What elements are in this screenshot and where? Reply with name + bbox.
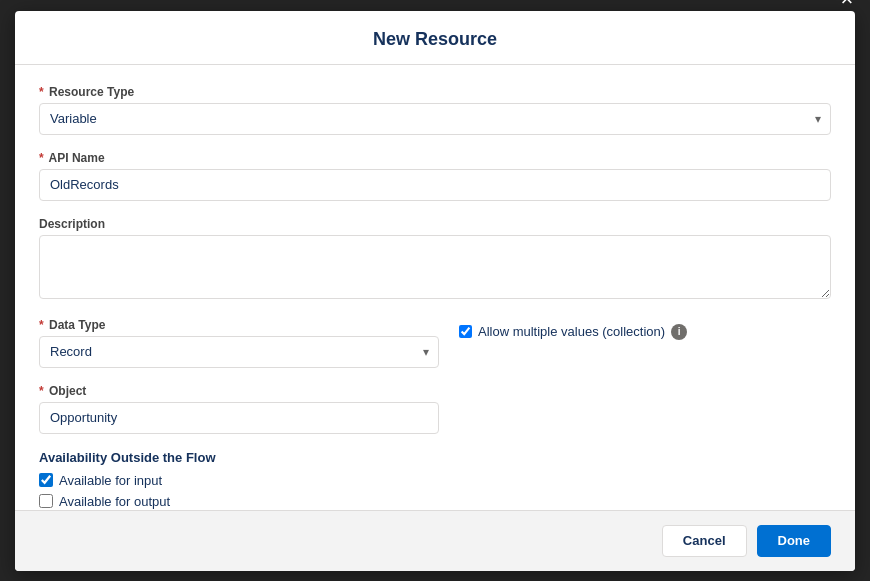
available-for-output-label[interactable]: Available for output (59, 494, 170, 509)
required-star-api: * (39, 151, 44, 165)
data-type-select-wrapper: Record Text Number Currency Date Date/Ti… (39, 336, 439, 368)
allow-multiple-checkbox[interactable] (459, 325, 472, 338)
api-name-group: * API Name (39, 151, 831, 201)
available-for-input-row: Available for input (39, 473, 831, 488)
modal-overlay: × New Resource * Resource Type Variable … (0, 0, 870, 581)
modal-header: New Resource (15, 11, 855, 65)
available-for-output-checkbox[interactable] (39, 494, 53, 508)
api-name-input[interactable] (39, 169, 831, 201)
availability-title: Availability Outside the Flow (39, 450, 831, 465)
description-label: Description (39, 217, 831, 231)
resource-type-select-wrapper: Variable Constant Formula Text Template … (39, 103, 831, 135)
allow-multiple-label[interactable]: Allow multiple values (collection) (478, 324, 665, 339)
availability-section: Availability Outside the Flow Available … (39, 450, 831, 509)
resource-type-group: * Resource Type Variable Constant Formul… (39, 85, 831, 135)
resource-type-label: * Resource Type (39, 85, 831, 99)
new-resource-modal: × New Resource * Resource Type Variable … (15, 11, 855, 571)
collection-checkbox-group: Allow multiple values (collection) i (459, 324, 687, 340)
available-for-input-checkbox[interactable] (39, 473, 53, 487)
data-type-label: * Data Type (39, 318, 439, 332)
data-type-select-group: * Data Type Record Text Number Currency … (39, 318, 439, 368)
done-button[interactable]: Done (757, 525, 832, 557)
object-group: * Object (39, 384, 831, 434)
resource-type-select[interactable]: Variable Constant Formula Text Template … (39, 103, 831, 135)
modal-body: * Resource Type Variable Constant Formul… (15, 65, 855, 510)
info-icon[interactable]: i (671, 324, 687, 340)
api-name-label: * API Name (39, 151, 831, 165)
object-label: * Object (39, 384, 831, 398)
available-for-output-row: Available for output (39, 494, 831, 509)
description-group: Description (39, 217, 831, 302)
required-star: * (39, 85, 44, 99)
object-input[interactable] (39, 402, 439, 434)
description-textarea[interactable] (39, 235, 831, 299)
data-type-group: * Data Type Record Text Number Currency … (39, 318, 831, 368)
required-star-dt: * (39, 318, 44, 332)
modal-footer: Cancel Done (15, 510, 855, 571)
data-type-select[interactable]: Record Text Number Currency Date Date/Ti… (39, 336, 439, 368)
close-button[interactable]: × (831, 0, 863, 15)
available-for-input-label[interactable]: Available for input (59, 473, 162, 488)
modal-title: New Resource (39, 29, 831, 50)
cancel-button[interactable]: Cancel (662, 525, 747, 557)
required-star-obj: * (39, 384, 44, 398)
